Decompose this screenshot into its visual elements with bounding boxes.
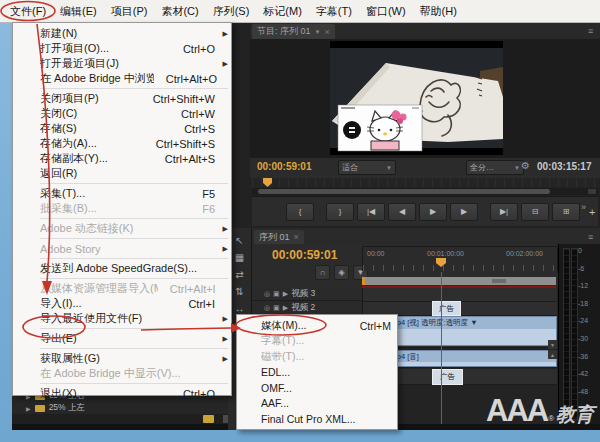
selection-tool-icon[interactable]: ↖	[235, 236, 243, 246]
close-icon[interactable]: ×	[324, 27, 329, 37]
work-area-bar[interactable]	[362, 277, 556, 285]
step-back-button[interactable]: ◀	[388, 203, 416, 221]
settings-wrench-icon[interactable]: ⚙	[521, 160, 530, 171]
ad-clip-audio2[interactable]: 广告	[432, 369, 463, 385]
menubar-edit[interactable]: 编辑(E)	[53, 0, 104, 22]
new-bin-icon[interactable]	[203, 415, 214, 423]
work-area-start-cap[interactable]	[362, 277, 365, 285]
mark-out-button[interactable]: }	[326, 203, 354, 221]
menubar-help[interactable]: 帮助(H)	[413, 0, 464, 22]
program-scrubber[interactable]	[252, 178, 598, 187]
program-current-timecode[interactable]: 00:00:59:01	[257, 161, 311, 172]
menu-item-adobe-story[interactable]: Adobe Story ▶	[13, 241, 231, 256]
menubar-sequence[interactable]: 序列(S)	[206, 0, 257, 22]
menu-separator[interactable]: ▶	[40, 258, 228, 259]
expand-track-icon[interactable]: ▶	[283, 290, 288, 298]
menubar-title[interactable]: 字幕(T)	[309, 0, 359, 22]
menu-item-export[interactable]: 导出(E) ▶	[13, 331, 231, 346]
menu-item-reveal-in-bridge[interactable]: 在 Adobe Bridge 中显示(V)... ▶	[13, 366, 231, 381]
expand-track-icon[interactable]: ▶	[283, 304, 288, 312]
menu-item-save[interactable]: 存储(S) Ctrl+S ▶	[13, 121, 231, 136]
menu-separator[interactable]: ▶	[40, 238, 228, 239]
submenu-item-omf[interactable]: OMF...	[237, 380, 397, 396]
menubar-project[interactable]: 项目(P)	[104, 0, 155, 22]
menu-separator[interactable]: ▶	[40, 328, 228, 329]
eye-icon[interactable]: ◎	[264, 290, 270, 298]
menu-item-revert[interactable]: 返回(R) ▶	[13, 166, 231, 181]
go-to-out-button[interactable]: ▶|	[490, 203, 518, 221]
menu-separator[interactable]: ▶	[40, 348, 228, 349]
submenu-item-media[interactable]: 媒体(M)... Ctrl+M	[237, 318, 397, 334]
play-button[interactable]: ▶	[419, 203, 447, 221]
menu-item-batch-capture[interactable]: 批采集(B)... F6 ▶	[13, 201, 231, 216]
submenu-item-tape[interactable]: 磁带(T)...	[237, 349, 397, 365]
ad-clip-video2[interactable]: 广告	[432, 301, 461, 316]
track-header-video3[interactable]: ◎ ▣ ▶ 视频 3	[252, 288, 362, 301]
add-button-icon[interactable]: +	[589, 206, 600, 218]
panel-menu-icon[interactable]: ≡	[588, 26, 593, 36]
menu-item-open-project[interactable]: 打开项目(O)... Ctrl+O ▶	[13, 41, 231, 56]
menu-separator[interactable]: ▶	[40, 278, 228, 279]
lift-button[interactable]: ⊟	[521, 203, 549, 221]
extract-button[interactable]: ⊞	[552, 203, 580, 221]
fit-dropdown[interactable]: 适合 ▼	[338, 160, 396, 175]
menu-item-import-recent[interactable]: 导入最近使用文件(F) ▶	[13, 311, 231, 326]
track-output-icon[interactable]: ▣	[273, 304, 280, 312]
menu-item-close-project[interactable]: 关闭项目(P) Ctrl+Shift+W ▶	[13, 91, 231, 106]
menu-item-open-recent[interactable]: 打开最近项目(J) ▶	[13, 56, 231, 71]
timeline-tab[interactable]: 序列 01 ×	[254, 230, 304, 244]
encore-chapter-marker-icon[interactable]: ◈	[334, 265, 349, 280]
meter-scale-label: -6	[578, 265, 588, 283]
go-to-in-button[interactable]: |◀	[357, 203, 385, 221]
rate-stretch-tool-icon[interactable]: ↔	[235, 304, 245, 314]
menubar-marker[interactable]: 标记(M)	[256, 0, 309, 22]
mark-in-button[interactable]: {	[286, 203, 314, 221]
menu-item-send-to-speedgrade[interactable]: 发送到 Adobe SpeedGrade(S)... ▶	[13, 261, 231, 276]
timeline-timecode[interactable]: 00:00:59:01	[272, 248, 337, 262]
eye-icon[interactable]: ◎	[264, 304, 270, 312]
menu-item-new[interactable]: 新建(N) ▶	[13, 26, 231, 41]
work-area-handle[interactable]	[492, 279, 506, 283]
menu-item-close[interactable]: 关闭(C) Ctrl+W ▶	[13, 106, 231, 121]
menu-separator[interactable]: ▶	[40, 383, 228, 384]
timeline-ruler[interactable]: 00:00 00:01:00:00 00:02:00:00	[362, 246, 558, 271]
submenu-item-edl[interactable]: EDL...	[237, 365, 397, 381]
scroll-down-icon[interactable]: ▼	[548, 340, 557, 349]
menu-item-dynamic-link[interactable]: Adobe 动态链接(K) ▶	[13, 221, 231, 236]
step-forward-button[interactable]: ▶	[450, 203, 478, 221]
scroll-up-icon[interactable]: ▲	[548, 350, 557, 359]
snap-icon[interactable]: ∩	[315, 265, 330, 280]
chevron-down-icon[interactable]: ▼	[315, 29, 321, 35]
menubar-file[interactable]: 文件(F)	[3, 0, 53, 22]
menu-item-exit[interactable]: 退出(X) Ctrl+Q ▶	[13, 386, 231, 401]
submenu-item-title[interactable]: 字幕(T)...	[237, 334, 397, 350]
menubar-window[interactable]: 窗口(W)	[359, 0, 413, 22]
transport-glyph: ▶	[461, 207, 467, 216]
menu-separator[interactable]: ▶	[40, 218, 228, 219]
menu-item-import-from-media-browser[interactable]: 从媒体资源管理器导入(M) Ctrl+Alt+I ▶	[13, 281, 231, 296]
menu-item-save-copy[interactable]: 存储副本(Y)... Ctrl+Alt+S ▶	[13, 151, 231, 166]
track-select-tool-icon[interactable]: ▦	[235, 253, 244, 263]
close-icon[interactable]: ×	[294, 232, 299, 242]
track-output-icon[interactable]: ▣	[273, 290, 280, 298]
menu-item-import[interactable]: 导入(I)... Ctrl+I ▶	[13, 296, 231, 311]
submenu-item-aaf[interactable]: AAF...	[237, 396, 397, 412]
menubar-clip[interactable]: 素材(C)	[154, 0, 205, 22]
expand-triangle-icon[interactable]: ▶	[26, 405, 31, 412]
menu-separator[interactable]: ▶	[40, 183, 228, 184]
menu-item-browse-in-bridge[interactable]: 在 Adobe Bridge 中浏览(W)... Ctrl+Alt+O ▶	[13, 71, 231, 86]
project-bin-25-top-left[interactable]: ▶ 25% 上左	[12, 402, 240, 414]
rolling-edit-tool-icon[interactable]: ⇅	[235, 287, 243, 297]
menu-item-save-as[interactable]: 存储为(A)... Ctrl+Shift+S ▶	[13, 136, 231, 151]
menu-separator[interactable]: ▶	[40, 88, 228, 89]
panel-menu-icon[interactable]: ≡	[588, 232, 593, 242]
resolution-dropdown[interactable]: 全分… ▼	[466, 160, 524, 175]
scrollbar-thumb[interactable]	[258, 189, 550, 194]
program-scrollbar[interactable]	[252, 188, 598, 195]
ripple-edit-tool-icon[interactable]: ⇄	[235, 270, 243, 280]
program-monitor-tab[interactable]: 节目: 序列 01 ▼ ×	[252, 24, 335, 39]
more-buttons-chevron[interactable]: »	[578, 202, 589, 212]
menu-item-get-properties[interactable]: 获取属性(G) ▶	[13, 351, 231, 366]
submenu-item-fcp-xml[interactable]: Final Cut Pro XML...	[237, 411, 397, 427]
menu-item-capture[interactable]: 采集(T)... F5 ▶	[13, 186, 231, 201]
